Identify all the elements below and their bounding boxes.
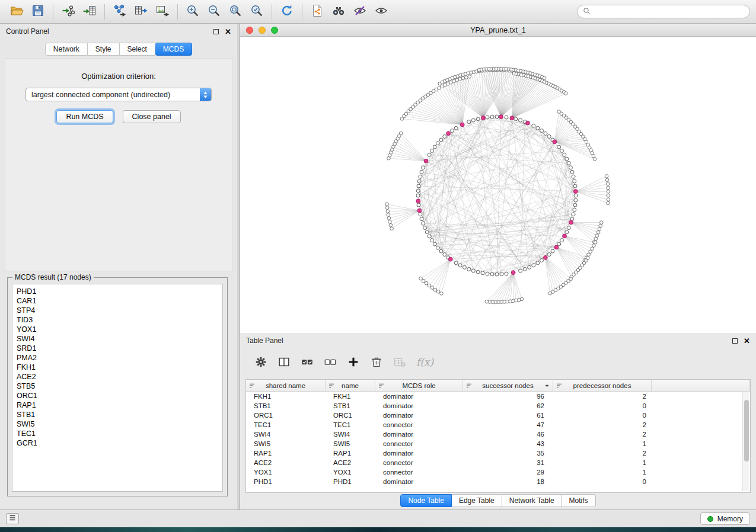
network-node[interactable] [430, 239, 434, 242]
network-node[interactable] [425, 230, 429, 234]
float-panel-icon[interactable] [213, 29, 219, 34]
network-node[interactable] [599, 224, 602, 227]
table-row[interactable]: FKH1FKH1dominator962 [246, 392, 750, 401]
network-node[interactable] [490, 115, 494, 118]
network-node[interactable] [419, 213, 422, 216]
mcds-result-item[interactable]: SRD1 [17, 344, 218, 353]
network-node[interactable] [574, 198, 578, 202]
mcds-hub-node[interactable] [446, 132, 451, 136]
network-node[interactable] [428, 284, 431, 287]
network-node[interactable] [481, 271, 484, 275]
export-table-button[interactable] [130, 2, 152, 21]
show-all-button[interactable] [371, 2, 392, 21]
network-node[interactable] [592, 244, 596, 248]
network-node[interactable] [433, 242, 436, 246]
maximize-window-icon[interactable] [271, 27, 278, 34]
network-node[interactable] [560, 149, 564, 152]
network-node[interactable] [565, 157, 569, 161]
columns-button[interactable] [277, 355, 291, 368]
network-node[interactable] [422, 222, 425, 225]
mcds-hub-node[interactable] [424, 159, 428, 163]
export-image-button[interactable] [152, 2, 173, 21]
import-network-button[interactable] [58, 2, 79, 21]
tab-select[interactable]: Select [120, 43, 155, 56]
table-row[interactable]: STB1STB1dominator620 [246, 401, 750, 411]
mcds-hub-node[interactable] [460, 123, 464, 127]
network-node[interactable] [422, 279, 425, 283]
mcds-hub-node[interactable] [563, 234, 567, 238]
refresh-button[interactable] [276, 2, 298, 21]
network-node[interactable] [594, 241, 597, 244]
network-node[interactable] [417, 203, 420, 207]
network-node[interactable] [465, 76, 468, 79]
network-node[interactable] [536, 261, 540, 265]
mcds-result-item[interactable]: YOX1 [17, 325, 218, 334]
network-node[interactable] [563, 153, 566, 156]
network-node[interactable] [423, 226, 427, 230]
network-node[interactable] [536, 126, 540, 130]
network-node[interactable] [443, 253, 446, 257]
network-node[interactable] [486, 116, 489, 119]
mcds-result-item[interactable]: TID3 [17, 315, 218, 325]
table-scrollbar[interactable] [742, 392, 749, 491]
network-node[interactable] [587, 253, 591, 257]
network-node[interactable] [387, 213, 390, 217]
save-button[interactable] [27, 2, 49, 21]
network-node[interactable] [385, 203, 389, 206]
mcds-result-item[interactable]: GCR1 [17, 438, 218, 448]
mcds-result-list[interactable]: PHD1CAR1STP4TID3YOX1SWI4SRD1PMA2FKH1ACE2… [12, 284, 223, 492]
network-node[interactable] [573, 208, 576, 211]
network-node[interactable] [486, 272, 489, 275]
float-table-panel-icon[interactable] [732, 338, 738, 344]
network-node[interactable] [607, 201, 610, 205]
close-panel-x-icon[interactable]: ✕ [225, 28, 231, 36]
network-node[interactable] [540, 129, 544, 133]
mcds-hub-node[interactable] [510, 116, 514, 120]
mcds-hub-node[interactable] [448, 257, 452, 261]
network-node[interactable] [594, 237, 598, 241]
minimize-window-icon[interactable] [259, 27, 266, 34]
network-node[interactable] [387, 217, 391, 220]
network-node[interactable] [567, 226, 570, 230]
network-node[interactable] [389, 223, 393, 227]
network-node[interactable] [385, 206, 389, 210]
network-node[interactable] [443, 134, 446, 138]
run-mcds-button[interactable]: Run MCDS [56, 110, 113, 123]
delete-button[interactable] [370, 355, 383, 368]
network-node[interactable] [605, 178, 609, 182]
network-node[interactable] [440, 292, 444, 296]
zoom-selected-button[interactable] [246, 2, 267, 21]
zoom-in-button[interactable] [182, 2, 203, 21]
network-node[interactable] [439, 249, 443, 253]
column-header-shared-name[interactable]: shared name [246, 380, 326, 391]
network-node[interactable] [528, 265, 531, 269]
network-node[interactable] [572, 175, 575, 178]
network-node[interactable] [471, 269, 475, 273]
network-node[interactable] [567, 161, 570, 165]
mcds-hub-node[interactable] [416, 199, 420, 203]
network-node[interactable] [416, 189, 420, 193]
network-node[interactable] [454, 126, 458, 130]
network-node[interactable] [468, 75, 471, 79]
export-network-button[interactable] [109, 2, 130, 21]
network-node[interactable] [596, 230, 600, 234]
tab-mcds[interactable]: MCDS [155, 43, 192, 56]
mcds-hub-node[interactable] [417, 209, 422, 213]
network-node[interactable] [495, 273, 499, 276]
network-node[interactable] [607, 190, 610, 194]
network-node[interactable] [570, 170, 574, 174]
network-node[interactable] [548, 291, 552, 295]
close-panel-button[interactable]: Close panel [123, 110, 181, 123]
tab-node-table[interactable]: Node Table [400, 494, 452, 507]
network-node[interactable] [417, 184, 420, 188]
table-row[interactable]: ORC1ORC1dominator610 [246, 411, 750, 420]
network-node[interactable] [430, 149, 434, 152]
network-node[interactable] [436, 246, 439, 249]
network-node[interactable] [490, 273, 494, 276]
network-node[interactable] [557, 145, 561, 149]
mcds-result-item[interactable]: SWI4 [17, 334, 218, 344]
network-node[interactable] [519, 269, 522, 273]
unselect-all-button[interactable] [324, 355, 337, 368]
column-header-name[interactable]: name [326, 380, 375, 391]
network-node[interactable] [569, 166, 572, 169]
